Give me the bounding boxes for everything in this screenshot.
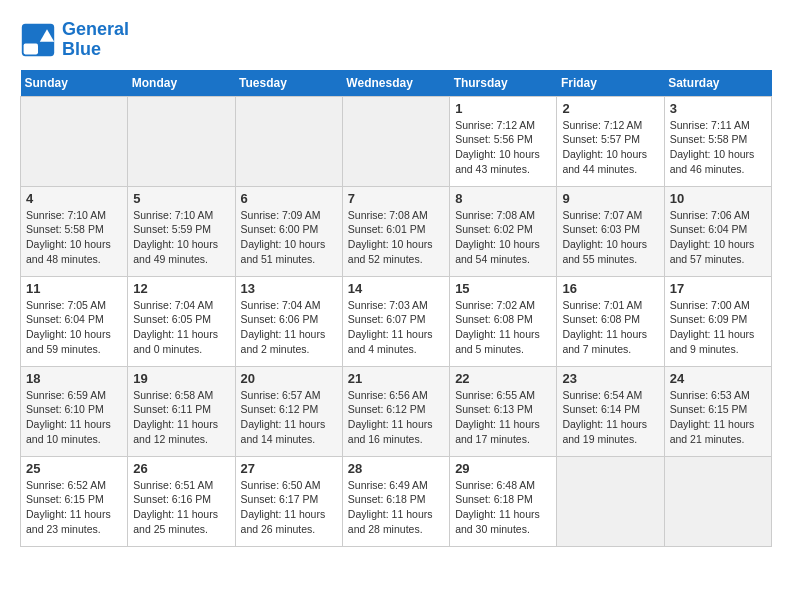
calendar-cell: 6Sunrise: 7:09 AM Sunset: 6:00 PM Daylig… bbox=[235, 186, 342, 276]
day-number: 3 bbox=[670, 101, 766, 116]
day-info: Sunrise: 6:56 AM Sunset: 6:12 PM Dayligh… bbox=[348, 388, 444, 447]
calendar-cell: 27Sunrise: 6:50 AM Sunset: 6:17 PM Dayli… bbox=[235, 456, 342, 546]
day-info: Sunrise: 6:55 AM Sunset: 6:13 PM Dayligh… bbox=[455, 388, 551, 447]
calendar-cell: 12Sunrise: 7:04 AM Sunset: 6:05 PM Dayli… bbox=[128, 276, 235, 366]
day-info: Sunrise: 7:04 AM Sunset: 6:06 PM Dayligh… bbox=[241, 298, 337, 357]
calendar-cell: 5Sunrise: 7:10 AM Sunset: 5:59 PM Daylig… bbox=[128, 186, 235, 276]
day-info: Sunrise: 6:54 AM Sunset: 6:14 PM Dayligh… bbox=[562, 388, 658, 447]
week-row-4: 18Sunrise: 6:59 AM Sunset: 6:10 PM Dayli… bbox=[21, 366, 772, 456]
day-info: Sunrise: 7:07 AM Sunset: 6:03 PM Dayligh… bbox=[562, 208, 658, 267]
calendar-cell: 10Sunrise: 7:06 AM Sunset: 6:04 PM Dayli… bbox=[664, 186, 771, 276]
calendar-cell: 11Sunrise: 7:05 AM Sunset: 6:04 PM Dayli… bbox=[21, 276, 128, 366]
calendar-cell: 1Sunrise: 7:12 AM Sunset: 5:56 PM Daylig… bbox=[450, 96, 557, 186]
calendar-cell: 2Sunrise: 7:12 AM Sunset: 5:57 PM Daylig… bbox=[557, 96, 664, 186]
day-number: 25 bbox=[26, 461, 122, 476]
day-info: Sunrise: 7:06 AM Sunset: 6:04 PM Dayligh… bbox=[670, 208, 766, 267]
calendar-cell: 13Sunrise: 7:04 AM Sunset: 6:06 PM Dayli… bbox=[235, 276, 342, 366]
day-info: Sunrise: 7:08 AM Sunset: 6:01 PM Dayligh… bbox=[348, 208, 444, 267]
day-info: Sunrise: 6:59 AM Sunset: 6:10 PM Dayligh… bbox=[26, 388, 122, 447]
day-info: Sunrise: 6:53 AM Sunset: 6:15 PM Dayligh… bbox=[670, 388, 766, 447]
week-row-3: 11Sunrise: 7:05 AM Sunset: 6:04 PM Dayli… bbox=[21, 276, 772, 366]
calendar-cell bbox=[557, 456, 664, 546]
logo-line1: General bbox=[62, 20, 129, 40]
day-number: 23 bbox=[562, 371, 658, 386]
day-number: 21 bbox=[348, 371, 444, 386]
day-number: 22 bbox=[455, 371, 551, 386]
calendar-cell: 26Sunrise: 6:51 AM Sunset: 6:16 PM Dayli… bbox=[128, 456, 235, 546]
day-number: 24 bbox=[670, 371, 766, 386]
day-number: 17 bbox=[670, 281, 766, 296]
day-number: 15 bbox=[455, 281, 551, 296]
weekday-header-tuesday: Tuesday bbox=[235, 70, 342, 97]
day-info: Sunrise: 6:51 AM Sunset: 6:16 PM Dayligh… bbox=[133, 478, 229, 537]
day-info: Sunrise: 7:12 AM Sunset: 5:57 PM Dayligh… bbox=[562, 118, 658, 177]
day-info: Sunrise: 7:02 AM Sunset: 6:08 PM Dayligh… bbox=[455, 298, 551, 357]
week-row-2: 4Sunrise: 7:10 AM Sunset: 5:58 PM Daylig… bbox=[21, 186, 772, 276]
day-number: 5 bbox=[133, 191, 229, 206]
day-info: Sunrise: 6:48 AM Sunset: 6:18 PM Dayligh… bbox=[455, 478, 551, 537]
day-info: Sunrise: 6:52 AM Sunset: 6:15 PM Dayligh… bbox=[26, 478, 122, 537]
calendar-cell: 28Sunrise: 6:49 AM Sunset: 6:18 PM Dayli… bbox=[342, 456, 449, 546]
calendar-cell: 21Sunrise: 6:56 AM Sunset: 6:12 PM Dayli… bbox=[342, 366, 449, 456]
day-number: 11 bbox=[26, 281, 122, 296]
day-info: Sunrise: 7:12 AM Sunset: 5:56 PM Dayligh… bbox=[455, 118, 551, 177]
day-info: Sunrise: 7:03 AM Sunset: 6:07 PM Dayligh… bbox=[348, 298, 444, 357]
calendar-cell bbox=[21, 96, 128, 186]
day-info: Sunrise: 7:01 AM Sunset: 6:08 PM Dayligh… bbox=[562, 298, 658, 357]
day-info: Sunrise: 7:00 AM Sunset: 6:09 PM Dayligh… bbox=[670, 298, 766, 357]
day-number: 8 bbox=[455, 191, 551, 206]
weekday-header-row: SundayMondayTuesdayWednesdayThursdayFrid… bbox=[21, 70, 772, 97]
day-info: Sunrise: 7:04 AM Sunset: 6:05 PM Dayligh… bbox=[133, 298, 229, 357]
day-number: 16 bbox=[562, 281, 658, 296]
calendar-cell bbox=[664, 456, 771, 546]
calendar-cell: 20Sunrise: 6:57 AM Sunset: 6:12 PM Dayli… bbox=[235, 366, 342, 456]
calendar-cell: 17Sunrise: 7:00 AM Sunset: 6:09 PM Dayli… bbox=[664, 276, 771, 366]
day-number: 4 bbox=[26, 191, 122, 206]
week-row-5: 25Sunrise: 6:52 AM Sunset: 6:15 PM Dayli… bbox=[21, 456, 772, 546]
day-number: 19 bbox=[133, 371, 229, 386]
calendar-cell: 23Sunrise: 6:54 AM Sunset: 6:14 PM Dayli… bbox=[557, 366, 664, 456]
day-number: 7 bbox=[348, 191, 444, 206]
page-header: General Blue bbox=[20, 20, 772, 60]
day-number: 14 bbox=[348, 281, 444, 296]
day-number: 9 bbox=[562, 191, 658, 206]
calendar-cell: 3Sunrise: 7:11 AM Sunset: 5:58 PM Daylig… bbox=[664, 96, 771, 186]
logo-line2: Blue bbox=[62, 40, 129, 60]
day-number: 10 bbox=[670, 191, 766, 206]
day-number: 1 bbox=[455, 101, 551, 116]
day-info: Sunrise: 6:49 AM Sunset: 6:18 PM Dayligh… bbox=[348, 478, 444, 537]
calendar-cell bbox=[128, 96, 235, 186]
calendar-cell: 18Sunrise: 6:59 AM Sunset: 6:10 PM Dayli… bbox=[21, 366, 128, 456]
calendar-cell: 8Sunrise: 7:08 AM Sunset: 6:02 PM Daylig… bbox=[450, 186, 557, 276]
day-number: 12 bbox=[133, 281, 229, 296]
day-info: Sunrise: 7:08 AM Sunset: 6:02 PM Dayligh… bbox=[455, 208, 551, 267]
day-info: Sunrise: 6:57 AM Sunset: 6:12 PM Dayligh… bbox=[241, 388, 337, 447]
calendar-cell: 19Sunrise: 6:58 AM Sunset: 6:11 PM Dayli… bbox=[128, 366, 235, 456]
weekday-header-saturday: Saturday bbox=[664, 70, 771, 97]
weekday-header-friday: Friday bbox=[557, 70, 664, 97]
weekday-header-wednesday: Wednesday bbox=[342, 70, 449, 97]
day-info: Sunrise: 7:10 AM Sunset: 5:59 PM Dayligh… bbox=[133, 208, 229, 267]
weekday-header-monday: Monday bbox=[128, 70, 235, 97]
calendar-cell: 9Sunrise: 7:07 AM Sunset: 6:03 PM Daylig… bbox=[557, 186, 664, 276]
calendar-cell bbox=[342, 96, 449, 186]
calendar-cell: 24Sunrise: 6:53 AM Sunset: 6:15 PM Dayli… bbox=[664, 366, 771, 456]
day-number: 28 bbox=[348, 461, 444, 476]
day-number: 27 bbox=[241, 461, 337, 476]
weekday-header-thursday: Thursday bbox=[450, 70, 557, 97]
calendar-cell bbox=[235, 96, 342, 186]
calendar-cell: 14Sunrise: 7:03 AM Sunset: 6:07 PM Dayli… bbox=[342, 276, 449, 366]
day-number: 13 bbox=[241, 281, 337, 296]
logo: General Blue bbox=[20, 20, 129, 60]
day-number: 18 bbox=[26, 371, 122, 386]
svg-rect-2 bbox=[24, 43, 38, 54]
calendar-cell: 25Sunrise: 6:52 AM Sunset: 6:15 PM Dayli… bbox=[21, 456, 128, 546]
day-number: 29 bbox=[455, 461, 551, 476]
calendar-cell: 4Sunrise: 7:10 AM Sunset: 5:58 PM Daylig… bbox=[21, 186, 128, 276]
day-info: Sunrise: 7:05 AM Sunset: 6:04 PM Dayligh… bbox=[26, 298, 122, 357]
day-info: Sunrise: 7:09 AM Sunset: 6:00 PM Dayligh… bbox=[241, 208, 337, 267]
calendar-cell: 16Sunrise: 7:01 AM Sunset: 6:08 PM Dayli… bbox=[557, 276, 664, 366]
day-info: Sunrise: 6:50 AM Sunset: 6:17 PM Dayligh… bbox=[241, 478, 337, 537]
day-number: 2 bbox=[562, 101, 658, 116]
calendar-cell: 7Sunrise: 7:08 AM Sunset: 6:01 PM Daylig… bbox=[342, 186, 449, 276]
